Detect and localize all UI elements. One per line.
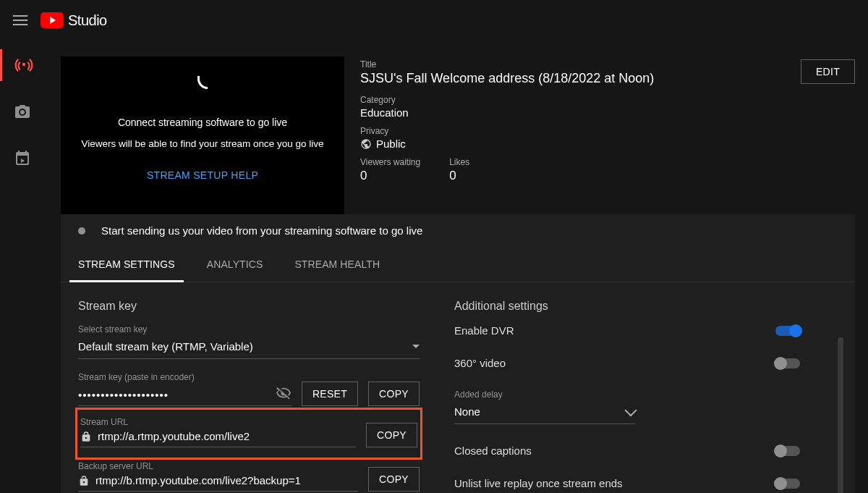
globe-icon bbox=[360, 138, 372, 150]
sidebar bbox=[0, 41, 45, 493]
sidebar-item-webcam[interactable] bbox=[0, 96, 45, 127]
unlock-icon bbox=[80, 431, 92, 442]
title-label: Title bbox=[360, 59, 855, 69]
preview-message-2: Viewers will be able to find your stream… bbox=[81, 138, 323, 149]
stream-url-highlight: Stream URL rtmp://a.rtmp.youtube.com/liv… bbox=[75, 408, 422, 460]
stream-url-value: rtmp://a.rtmp.youtube.com/live2 bbox=[98, 430, 250, 442]
copy-backup-button[interactable]: COPY bbox=[368, 467, 420, 492]
loading-spinner-icon bbox=[197, 76, 208, 89]
stream-key-section-title: Stream key bbox=[78, 300, 420, 313]
sidebar-item-manage[interactable] bbox=[0, 142, 45, 174]
added-delay-label: Added delay bbox=[454, 389, 635, 400]
menu-button[interactable] bbox=[12, 12, 29, 29]
topbar: Studio bbox=[0, 0, 868, 41]
status-bar: Start sending us your video from your st… bbox=[61, 214, 855, 247]
stream-key-select-value: Default stream key (RTMP, Variable) bbox=[78, 340, 253, 353]
copy-key-button[interactable]: COPY bbox=[368, 382, 420, 406]
status-dot-icon bbox=[78, 227, 85, 235]
stream-icon bbox=[14, 56, 33, 75]
chevron-down-icon bbox=[625, 404, 637, 416]
tabs: STREAM SETTINGS ANALYTICS STREAM HEALTH bbox=[61, 247, 855, 282]
likes-count: 0 bbox=[449, 169, 469, 183]
stream-setup-help-link[interactable]: STREAM SETUP HELP bbox=[147, 169, 258, 181]
unlock-icon bbox=[78, 475, 90, 486]
edit-button[interactable]: EDIT bbox=[801, 59, 855, 84]
logo-text: Studio bbox=[68, 12, 107, 29]
camera-icon bbox=[14, 103, 31, 120]
category-label: Category bbox=[360, 95, 855, 105]
viewers-label: Viewers waiting bbox=[360, 157, 420, 167]
360-video-toggle[interactable] bbox=[775, 358, 800, 368]
enable-dvr-toggle[interactable] bbox=[775, 326, 800, 336]
scrollbar[interactable] bbox=[838, 337, 843, 493]
backup-url-label: Backup server URL bbox=[78, 461, 358, 471]
added-delay-select[interactable]: None bbox=[454, 403, 635, 424]
stream-key-label: Stream key (paste in encoder) bbox=[78, 372, 292, 382]
sidebar-item-stream[interactable] bbox=[0, 49, 45, 81]
tab-stream-settings[interactable]: STREAM SETTINGS bbox=[78, 247, 175, 282]
likes-label: Likes bbox=[449, 157, 469, 167]
unlist-replay-toggle[interactable] bbox=[775, 479, 800, 489]
copy-url-button[interactable]: COPY bbox=[366, 423, 417, 447]
privacy-label: Privacy bbox=[360, 126, 855, 136]
closed-captions-label: Closed captions bbox=[454, 444, 532, 457]
backup-url-value: rtmp://b.rtmp.youtube.com/live2?backup=1 bbox=[95, 474, 301, 486]
stream-info: EDIT Title SJSU's Fall Welcome address (… bbox=[360, 56, 855, 214]
enable-dvr-label: Enable DVR bbox=[454, 324, 514, 337]
360-video-label: 360° video bbox=[454, 357, 506, 369]
stream-preview: Connect streaming software to go live Vi… bbox=[61, 56, 344, 214]
viewers-count: 0 bbox=[360, 169, 420, 183]
youtube-studio-logo[interactable]: Studio bbox=[41, 12, 107, 29]
tab-analytics[interactable]: ANALYTICS bbox=[207, 247, 263, 282]
dropdown-icon bbox=[412, 345, 420, 348]
stream-url-label: Stream URL bbox=[80, 417, 356, 427]
select-stream-key-label: Select stream key bbox=[78, 324, 420, 334]
additional-settings-title: Additional settings bbox=[454, 300, 800, 313]
youtube-play-icon bbox=[41, 12, 64, 28]
stream-category: Education bbox=[360, 106, 855, 119]
visibility-off-icon[interactable] bbox=[276, 385, 292, 401]
tab-stream-health[interactable]: STREAM HEALTH bbox=[294, 247, 380, 282]
added-delay-value: None bbox=[454, 405, 480, 418]
unlist-replay-label: Unlist live replay once stream ends bbox=[454, 477, 623, 489]
preview-message-1: Connect streaming software to go live bbox=[118, 117, 287, 128]
stream-key-value: •••••••••••••••••••• bbox=[78, 389, 169, 401]
status-message: Start sending us your video from your st… bbox=[101, 224, 422, 237]
calendar-icon bbox=[14, 149, 31, 167]
stream-key-select[interactable]: Default stream key (RTMP, Variable) bbox=[78, 337, 420, 359]
closed-captions-toggle[interactable] bbox=[775, 446, 800, 456]
reset-button[interactable]: RESET bbox=[302, 382, 358, 406]
stream-title: SJSU's Fall Welcome address (8/18/2022 a… bbox=[360, 71, 855, 86]
stream-privacy: Public bbox=[376, 138, 406, 150]
